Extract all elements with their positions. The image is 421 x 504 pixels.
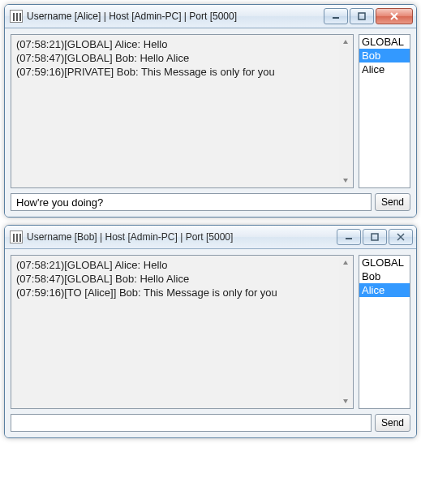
- svg-marker-5: [343, 179, 348, 183]
- scroll-up-icon[interactable]: [339, 256, 352, 269]
- minimize-button[interactable]: [324, 8, 348, 24]
- titlebar[interactable]: Username [Alice] | Host [Admin-PC] | Por…: [5, 5, 416, 28]
- chat-message: (07:58:21)[GLOBAL] Alice: Hello: [16, 258, 338, 272]
- window-controls: [324, 8, 413, 24]
- chat-window-bob: Username [Bob] | Host [Admin-PC] | Port …: [4, 225, 417, 438]
- svg-rect-7: [372, 234, 378, 240]
- chat-message: (07:58:47)[GLOBAL] Bob: Hello Alice: [16, 272, 338, 286]
- user-list-item-global[interactable]: GLOBAL: [359, 35, 410, 49]
- user-list-item-bob[interactable]: Bob: [359, 49, 410, 62]
- minimize-icon: [345, 233, 353, 241]
- user-list[interactable]: GLOBAL Bob Alice: [359, 255, 410, 409]
- message-input[interactable]: [11, 414, 372, 432]
- chat-message: (07:59:16)[TO [Alice]] Bob: This Message…: [16, 286, 338, 299]
- window-title: Username [Alice] | Host [Admin-PC] | Por…: [27, 11, 324, 22]
- minimize-icon: [332, 12, 340, 20]
- window-title: Username [Bob] | Host [Admin-PC] | Port …: [27, 231, 337, 243]
- chat-window-alice: Username [Alice] | Host [Admin-PC] | Por…: [4, 4, 417, 218]
- user-list-item-alice[interactable]: Alice: [359, 283, 410, 297]
- maximize-icon: [358, 12, 366, 20]
- svg-marker-10: [343, 261, 348, 265]
- user-list-item-global[interactable]: GLOBAL: [359, 256, 410, 269]
- scroll-down-icon[interactable]: [339, 174, 352, 187]
- chat-log[interactable]: (07:58:21)[GLOBAL] Alice: Hello (07:58:4…: [11, 255, 354, 409]
- client-area: (07:58:21)[GLOBAL] Alice: Hello (07:58:4…: [5, 28, 416, 217]
- scrollbar[interactable]: [339, 36, 352, 187]
- titlebar[interactable]: Username [Bob] | Host [Admin-PC] | Port …: [5, 226, 416, 249]
- send-button[interactable]: Send: [375, 193, 410, 211]
- svg-marker-4: [343, 40, 348, 44]
- user-list[interactable]: GLOBAL Bob Alice: [359, 34, 410, 188]
- scroll-down-icon[interactable]: [339, 394, 352, 407]
- close-icon: [389, 12, 399, 20]
- svg-rect-1: [359, 13, 365, 19]
- maximize-button[interactable]: [363, 229, 387, 245]
- chat-log[interactable]: (07:58:21)[GLOBAL] Alice: Hello (07:58:4…: [11, 34, 354, 188]
- maximize-button[interactable]: [350, 8, 374, 24]
- chat-message: (07:59:16)[PRIVATE] Bob: This Message is…: [16, 65, 338, 79]
- message-input[interactable]: [11, 193, 372, 211]
- client-area: (07:58:21)[GLOBAL] Alice: Hello (07:58:4…: [5, 249, 416, 437]
- svg-marker-11: [343, 399, 348, 403]
- chat-message: (07:58:21)[GLOBAL] Alice: Hello: [16, 37, 338, 51]
- scrollbar[interactable]: [339, 256, 352, 407]
- user-list-item-alice[interactable]: Alice: [359, 62, 410, 76]
- close-button[interactable]: [376, 8, 413, 24]
- close-button[interactable]: [389, 229, 413, 245]
- window-controls: [337, 229, 413, 245]
- user-list-item-bob[interactable]: Bob: [359, 269, 410, 283]
- maximize-icon: [371, 233, 379, 241]
- scroll-up-icon[interactable]: [339, 36, 352, 49]
- app-icon: [10, 10, 23, 23]
- chat-message: (07:58:47)[GLOBAL] Bob: Hello Alice: [16, 51, 338, 65]
- minimize-button[interactable]: [337, 229, 361, 245]
- app-icon: [10, 230, 23, 243]
- close-icon: [397, 233, 405, 241]
- send-button[interactable]: Send: [375, 414, 410, 432]
